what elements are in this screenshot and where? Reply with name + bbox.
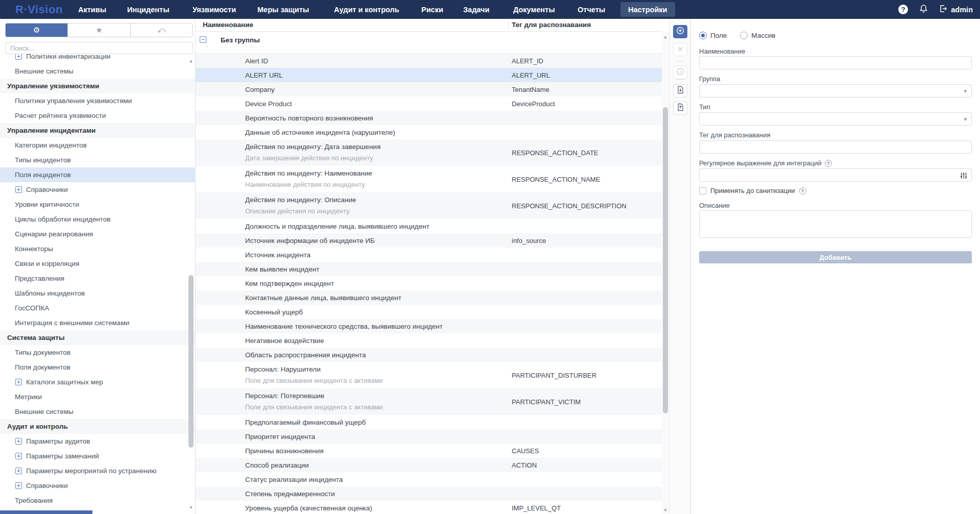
table-scrollbar[interactable]: ▲ ▼ <box>662 32 669 514</box>
sidebar-scroll-down-icon[interactable]: ▼ <box>187 505 195 511</box>
sidebar-item[interactable]: Категории инцидентов <box>0 138 195 153</box>
table-row[interactable]: Действия по инциденту: Дата завершенияДа… <box>196 139 662 166</box>
sanitize-help-icon[interactable]: ? <box>799 187 806 194</box>
sidebar-item[interactable]: Метрики <box>0 389 195 404</box>
table-row[interactable]: Способ реализацииACTION <box>196 458 662 472</box>
tab-history[interactable]: ⤺ <box>131 23 193 37</box>
table-row[interactable]: Статус реализации инцидента <box>196 472 662 486</box>
export-file-button[interactable] <box>673 102 687 115</box>
nav-item[interactable]: Риски <box>421 0 443 19</box>
table-row[interactable]: Alert IDALERT_ID <box>196 54 662 68</box>
table-row[interactable]: Кем подтвержден инцидент <box>196 276 662 290</box>
sidebar-item[interactable]: Поля инцидентов <box>0 167 195 182</box>
sidebar-item[interactable]: +Каталоги защитных мер <box>0 375 195 389</box>
sidebar-item[interactable]: Политики управления уязвимостями <box>0 93 195 108</box>
search-input[interactable] <box>5 42 193 54</box>
table-row[interactable]: Кем выявлен инцидент <box>196 262 662 276</box>
table-scroll-up-icon[interactable]: ▲ <box>662 35 669 39</box>
sidebar-item[interactable]: Типы документов <box>0 345 195 360</box>
import-file-button[interactable] <box>673 84 687 97</box>
sidebar-item[interactable]: Циклы обработки инцидентов <box>0 212 195 227</box>
sidebar-item[interactable]: Уровни критичности <box>0 197 195 212</box>
regex-builder-sliders-icon[interactable] <box>960 172 967 181</box>
sidebar-item[interactable]: Связи и корреляция <box>0 256 195 271</box>
radio-array[interactable]: Массив <box>740 32 775 39</box>
table-scrollbar-thumb[interactable] <box>663 107 668 413</box>
plus-square-icon[interactable]: + <box>15 468 22 474</box>
sidebar-item[interactable]: Требования <box>0 493 195 508</box>
nav-item[interactable]: Меры защиты <box>257 0 309 19</box>
table-row[interactable]: Источник инцидента <box>196 248 662 262</box>
table-row[interactable]: ALERT URLALERT_URL <box>196 68 662 82</box>
sidebar-item[interactable]: Интеграция с внешними системами <box>0 315 195 330</box>
sidebar-item[interactable]: ГосСОПКА <box>0 301 195 315</box>
table-row[interactable]: Косвенный ущерб <box>196 305 662 319</box>
sidebar-item[interactable]: Расчет рейтинга уязвимости <box>0 108 195 123</box>
sidebar-item[interactable]: +Параметры аудитов <box>0 434 195 449</box>
type-select[interactable]: ▾ <box>699 112 972 126</box>
sidebar-item[interactable]: +Политики инвентаризации <box>0 54 195 64</box>
sidebar-item[interactable]: +Параметры мероприятий по устранению <box>0 463 195 478</box>
table-row[interactable]: CompanyTenantName <box>196 82 662 96</box>
table-row[interactable]: Негативное воздействие <box>196 333 662 348</box>
sidebar-item[interactable]: Типы инцидентов <box>0 153 195 167</box>
table-row[interactable]: Приоритет инцидента <box>196 429 662 444</box>
table-row[interactable]: Контактные данные лица, выявившего инцид… <box>196 290 662 305</box>
table-row[interactable]: Предполагаемый финансовый ущерб <box>196 415 662 429</box>
nav-item[interactable]: Настройки <box>620 2 675 17</box>
table-row[interactable]: Степень преднамеренности <box>196 486 662 501</box>
nav-item[interactable]: Уязвимости <box>193 0 236 19</box>
plus-square-icon[interactable]: + <box>15 379 22 385</box>
notifications-bell-icon[interactable] <box>919 4 928 15</box>
name-input[interactable] <box>699 56 972 69</box>
help-icon[interactable]: ? <box>898 5 908 14</box>
checkbox-icon[interactable] <box>699 187 706 194</box>
column-header-name[interactable]: Наименование <box>203 21 253 29</box>
sidebar-item[interactable]: Внешние системы <box>0 64 195 79</box>
table-row[interactable]: Вероятность повторного возникновения <box>196 111 662 125</box>
group-row[interactable]: − Без группы <box>196 32 662 54</box>
table-row[interactable]: Область распространения инцидента <box>196 348 662 362</box>
sidebar-scroll-up-icon[interactable]: ▲ <box>187 59 195 65</box>
table-row[interactable]: Причины возникновенияCAUSES <box>196 444 662 458</box>
add-button[interactable]: Добавить <box>699 251 972 263</box>
sidebar-item[interactable]: Коннекторы <box>0 241 195 256</box>
plus-square-icon[interactable]: + <box>15 54 22 60</box>
nav-item[interactable]: Инциденты <box>127 0 170 19</box>
sidebar-item[interactable]: +Справочники <box>0 478 195 493</box>
table-row[interactable]: Данные об источнике инцидента (нарушител… <box>196 125 662 139</box>
tag-input[interactable] <box>699 140 972 154</box>
sidebar-scrollbar-thumb[interactable] <box>188 275 194 448</box>
sidebar-item[interactable]: +Параметры замечаний <box>0 449 195 463</box>
add-circle-button[interactable] <box>673 25 687 38</box>
nav-item[interactable]: Активы <box>78 0 106 19</box>
nav-item[interactable]: Задачи <box>463 0 489 19</box>
sanitize-checkbox-row[interactable]: Применять до санитизации ? <box>699 187 806 194</box>
plus-square-icon[interactable]: + <box>15 438 22 445</box>
nav-item[interactable]: Документы <box>513 0 555 19</box>
plus-square-icon[interactable]: + <box>15 482 22 489</box>
sidebar-item[interactable]: Поля документов <box>0 360 195 375</box>
tab-settings[interactable]: ⚙ <box>6 23 68 37</box>
nav-item[interactable]: Отчеты <box>578 0 605 19</box>
table-row[interactable]: Должность и подразделение лица, выявивше… <box>196 219 662 233</box>
description-textarea[interactable] <box>699 210 972 238</box>
minus-square-icon[interactable]: − <box>200 36 206 43</box>
group-select[interactable]: ▾ <box>699 84 972 97</box>
table-row[interactable]: Действия по инциденту: НаименованиеНаиме… <box>196 166 662 192</box>
table-scroll-down-icon[interactable]: ▼ <box>662 508 669 512</box>
table-row[interactable]: Персонал: ПотерпевшиеПоле для связывания… <box>196 388 662 415</box>
sidebar-item[interactable]: +Справочники <box>0 182 195 197</box>
table-row[interactable]: Device ProductDeviceProduct <box>196 96 662 111</box>
table-row[interactable]: Персонал: НарушителиПоле для связывания … <box>196 362 662 388</box>
sidebar-item[interactable]: Внешние системы <box>0 404 195 419</box>
column-header-tag[interactable]: Тег для распознавания <box>512 21 591 29</box>
table-row[interactable]: Уровень ущерба (качественная оценка)IMP_… <box>196 501 662 514</box>
tab-favorites[interactable]: ★ <box>68 23 130 37</box>
regex-help-icon[interactable]: ? <box>825 160 832 167</box>
sidebar-item[interactable]: Представления <box>0 271 195 286</box>
plus-square-icon[interactable]: + <box>15 186 22 193</box>
regex-input[interactable] <box>699 168 972 182</box>
sidebar-item[interactable]: Сценарии реагирования <box>0 227 195 241</box>
table-row[interactable]: Источник информации об инциденте ИБinfo_… <box>196 233 662 248</box>
